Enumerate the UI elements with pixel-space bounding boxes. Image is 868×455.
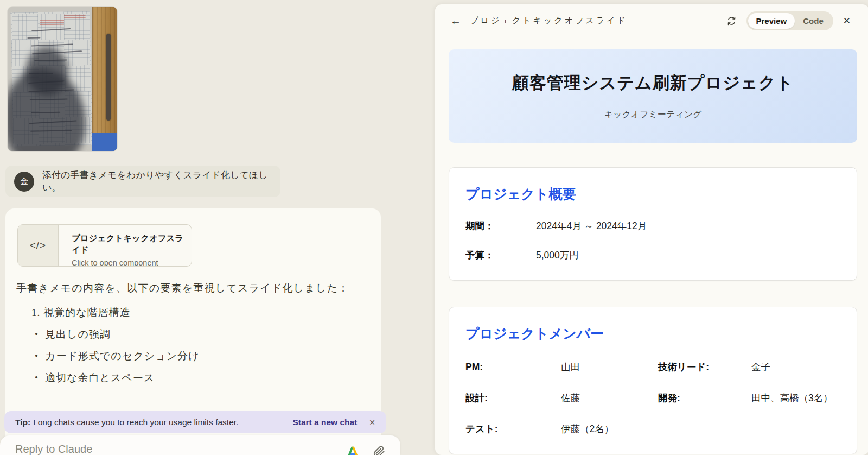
list-item-text: 適切な余白とスペース <box>45 371 155 384</box>
google-drive-icon[interactable] <box>347 446 359 455</box>
blue-object <box>92 133 117 151</box>
member-value: 金子 <box>751 361 840 374</box>
slide-subtitle: キックオフミーティング <box>604 109 702 121</box>
claude-app-window: 金 添付の手書きメモをわかりやすくスライド化してほしい。 </> プロジェクトキ… <box>0 0 868 455</box>
tip-text: Tip:Long chats cause you to reach your u… <box>15 418 238 427</box>
photographer-shadow <box>8 68 86 151</box>
row-label: 期間： <box>465 219 536 232</box>
assistant-response-text: 手書きメモの内容を、以下の要素を重視してスライド化しました： 1. 視覚的な階層… <box>5 279 381 384</box>
slide-title-card: 顧客管理システム刷新プロジェクト キックオフミーティング <box>449 49 857 143</box>
tip-message: Long chats cause you to reach your usage… <box>33 418 238 427</box>
list-item-text: 見出しの強調 <box>45 328 111 341</box>
bullet-icon: • <box>35 371 39 384</box>
overview-heading: プロジェクト概要 <box>465 185 840 203</box>
back-icon[interactable]: ← <box>450 15 461 27</box>
members-heading: プロジェクトメンバー <box>465 325 840 343</box>
user-avatar: 金 <box>14 172 34 192</box>
member-value: 佐藤 <box>561 391 658 405</box>
members-card: プロジェクトメンバー PM: 山田 技術リード: 金子 設計: 佐藤 開発: 田… <box>449 307 857 454</box>
slide-preview: 顧客管理システム刷新プロジェクト キックオフミーティング プロジェクト概要 期間… <box>435 37 868 455</box>
artifact-card[interactable]: </> プロジェクトキックオフスライド Click to open compon… <box>17 224 192 267</box>
row-value: 5,000万円 <box>536 249 579 262</box>
close-icon[interactable]: ✕ <box>843 15 851 27</box>
overview-card: プロジェクト概要 期間： 2024年4月 ～ 2024年12月 予算： 5,00… <box>449 167 857 281</box>
user-message-text: 添付の手書きメモをわかりやすくスライド化してほしい。 <box>42 169 272 194</box>
artifact-card-meta: プロジェクトキックオフスライド Click to open component <box>59 225 192 266</box>
numbered-list-item: 1. 視覚的な階層構造 <box>31 306 381 319</box>
pen-object <box>106 34 111 121</box>
bullet-icon: • <box>35 350 39 363</box>
composer-actions <box>347 446 385 455</box>
tip-banner: Tip:Long chats cause you to reach your u… <box>4 411 386 433</box>
members-grid: PM: 山田 技術リード: 金子 設計: 佐藤 開発: 田中、高橋（3名） テス… <box>465 361 840 435</box>
member-label: テスト: <box>465 422 561 435</box>
list-item-text: カード形式でのセクション分け <box>45 350 199 363</box>
member-label: PM: <box>465 362 561 373</box>
bullet-list-item: • カード形式でのセクション分け <box>35 350 381 363</box>
response-intro: 手書きメモの内容を、以下の要素を重視してスライド化しました： <box>16 279 367 298</box>
bullet-list-item: • 適切な余白とスペース <box>35 371 381 384</box>
attach-file-icon[interactable] <box>373 446 385 455</box>
member-value: 田中、高橋（3名） <box>751 391 840 405</box>
start-new-chat-link[interactable]: Start a new chat <box>292 418 357 427</box>
tip-prefix: Tip: <box>15 418 30 427</box>
refresh-icon[interactable] <box>726 16 737 26</box>
list-number: 1. <box>31 306 40 319</box>
tab-preview[interactable]: Preview <box>748 13 795 29</box>
user-message: 金 添付の手書きメモをわかりやすくスライド化してほしい。 <box>5 166 280 197</box>
composer-placeholder: Reply to Claude <box>15 443 92 455</box>
row-label: 予算： <box>465 249 536 262</box>
bullet-icon: • <box>35 328 39 341</box>
member-label: 技術リード: <box>658 361 751 374</box>
reply-composer[interactable]: Reply to Claude <box>0 435 400 455</box>
member-value: 伊藤（2名） <box>561 422 658 435</box>
bullet-list-item: • 見出しの強調 <box>35 328 381 341</box>
notebook-photo <box>10 11 92 146</box>
member-label: 開発: <box>658 391 751 405</box>
artifact-card-subtitle: Click to open component <box>72 258 192 267</box>
wooden-desk <box>92 7 117 151</box>
attached-image-thumbnail[interactable] <box>8 7 117 151</box>
overview-row: 期間： 2024年4月 ～ 2024年12月 <box>465 219 840 232</box>
member-value: 山田 <box>561 361 658 374</box>
overview-row: 予算： 5,000万円 <box>465 249 840 262</box>
code-icon: </> <box>18 225 59 266</box>
preview-code-toggle: Preview Code <box>746 11 833 30</box>
row-value: 2024年4月 ～ 2024年12月 <box>536 219 647 232</box>
artifact-panel-header: ← プロジェクトキックオフスライド Preview Code ✕ <box>435 4 868 37</box>
artifact-title: プロジェクトキックオフスライド <box>470 15 627 27</box>
list-item-text: 視覚的な階層構造 <box>43 306 130 319</box>
slide-title: 顧客管理システム刷新プロジェクト <box>512 72 794 94</box>
member-label: 設計: <box>465 391 561 405</box>
artifact-card-title: プロジェクトキックオフスライド <box>72 233 192 256</box>
tab-code[interactable]: Code <box>795 13 832 29</box>
calendar-print <box>40 15 86 26</box>
close-icon[interactable]: ✕ <box>369 418 375 427</box>
artifact-panel: ← プロジェクトキックオフスライド Preview Code ✕ 顧客管理システ… <box>435 4 868 455</box>
